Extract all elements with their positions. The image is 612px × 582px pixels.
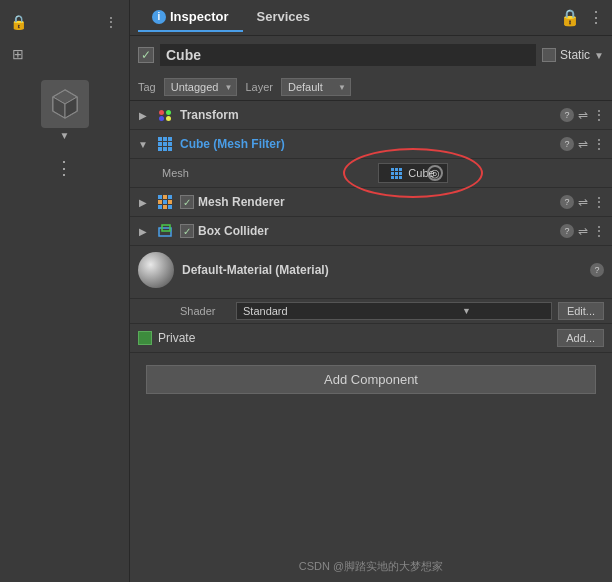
tag-dropdown[interactable]: Untagged bbox=[164, 78, 238, 96]
mesh-filter-icon bbox=[156, 135, 174, 153]
transform-icon bbox=[156, 106, 174, 124]
shader-label: Shader bbox=[180, 305, 230, 317]
static-checkbox[interactable] bbox=[542, 48, 556, 62]
layout-icon[interactable]: ⊞ bbox=[8, 44, 28, 64]
box-collider-component-row: ✓ Box Collider ? ⇌ ⋮ bbox=[130, 217, 612, 246]
mesh-filter-name: Cube (Mesh Filter) bbox=[180, 137, 560, 151]
layer-dropdown[interactable]: Default bbox=[281, 78, 351, 96]
tag-layer-row: Tag Untagged Layer Default bbox=[130, 74, 612, 101]
edit-shader-button[interactable]: Edit... bbox=[558, 302, 604, 320]
box-collider-sliders-icon[interactable]: ⇌ bbox=[578, 224, 588, 238]
static-label: Static bbox=[560, 48, 590, 62]
box-collider-icon bbox=[156, 222, 174, 240]
cube-preview-svg bbox=[47, 86, 83, 122]
tab-services[interactable]: Services bbox=[243, 3, 325, 32]
transform-help-icon[interactable]: ? bbox=[560, 108, 574, 122]
shader-row: Shader Standard ▼ Edit... bbox=[130, 299, 612, 324]
mesh-renderer-checkbox[interactable]: ✓ bbox=[180, 195, 194, 209]
tabs-left: i Inspector Services bbox=[138, 3, 324, 32]
mesh-filter-comp-right: ? ⇌ ⋮ bbox=[560, 136, 606, 152]
svg-rect-7 bbox=[159, 228, 171, 236]
static-area: Static ▼ bbox=[542, 48, 604, 62]
info-icon: i bbox=[152, 10, 166, 24]
tag-value: Untagged bbox=[171, 81, 219, 93]
layer-label: Layer bbox=[245, 81, 273, 93]
left-panel-second-row: ⊞ bbox=[0, 40, 129, 68]
static-dropdown-arrow[interactable]: ▼ bbox=[594, 50, 604, 61]
box-collider-expand-arrow[interactable] bbox=[136, 224, 150, 238]
private-row: Private Add... bbox=[130, 324, 612, 353]
mesh-label: Mesh bbox=[162, 167, 222, 179]
transform-sliders-icon[interactable]: ⇌ bbox=[578, 108, 588, 122]
more-tab-icon[interactable]: ⋮ bbox=[588, 8, 604, 27]
tag-label: Tag bbox=[138, 81, 156, 93]
mesh-renderer-name: Mesh Renderer bbox=[198, 195, 560, 209]
box-collider-svg bbox=[157, 223, 173, 239]
mesh-value-box[interactable]: Cube ◎ bbox=[378, 163, 447, 183]
box-collider-comp-right: ? ⇌ ⋮ bbox=[560, 223, 606, 239]
watermark-text: CSDN @脚踏实地的大梦想家 bbox=[130, 551, 612, 582]
shader-dropdown[interactable]: Standard ▼ bbox=[236, 302, 552, 320]
mesh-renderer-icon-area bbox=[156, 193, 174, 211]
left-panel-dots: ⋮ bbox=[55, 157, 75, 179]
mesh-renderer-comp-right: ? ⇌ ⋮ bbox=[560, 194, 606, 210]
mesh-filter-expand-arrow[interactable] bbox=[136, 137, 150, 151]
add-component-area: Add Component bbox=[130, 353, 612, 406]
lock-icon[interactable]: 🔒 bbox=[8, 12, 28, 32]
mesh-filter-help-icon[interactable]: ? bbox=[560, 137, 574, 151]
more-options-icon[interactable]: ⋮ bbox=[101, 12, 121, 32]
mesh-filter-sliders-icon[interactable]: ⇌ bbox=[578, 137, 588, 151]
add-private-button[interactable]: Add... bbox=[557, 329, 604, 347]
private-checkbox[interactable] bbox=[138, 331, 152, 345]
private-label: Private bbox=[158, 331, 195, 345]
material-info: Default-Material (Material) bbox=[182, 263, 582, 277]
mesh-value-area: Cube ◎ bbox=[222, 163, 604, 183]
object-name-input[interactable] bbox=[160, 44, 536, 66]
material-help-icon[interactable]: ? bbox=[590, 263, 604, 277]
mesh-filter-grid-icon bbox=[158, 137, 172, 151]
mesh-renderer-expand-arrow[interactable] bbox=[136, 195, 150, 209]
mesh-target-icon[interactable]: ◎ bbox=[427, 165, 443, 181]
transform-component-row: Transform ? ⇌ ⋮ bbox=[130, 101, 612, 130]
box-collider-help-icon[interactable]: ? bbox=[560, 224, 574, 238]
shader-value: Standard bbox=[243, 305, 288, 317]
transform-dots bbox=[159, 110, 171, 121]
transform-name: Transform bbox=[180, 108, 560, 122]
material-header: Default-Material (Material) ? bbox=[138, 252, 604, 288]
mesh-renderer-component-row: ✓ Mesh Renderer ? ⇌ ⋮ bbox=[130, 188, 612, 217]
mesh-value-grid-icon bbox=[391, 168, 402, 179]
lock-tab-icon[interactable]: 🔒 bbox=[560, 8, 580, 27]
box-collider-more-icon[interactable]: ⋮ bbox=[592, 223, 606, 239]
cube-preview-arrow[interactable]: ▼ bbox=[60, 130, 70, 141]
box-collider-name: Box Collider bbox=[198, 224, 560, 238]
transform-more-icon[interactable]: ⋮ bbox=[592, 107, 606, 123]
left-panel: 🔒 ⋮ ⊞ ▼ ⋮ bbox=[0, 0, 130, 582]
add-component-button[interactable]: Add Component bbox=[146, 365, 596, 394]
object-name-row: ✓ Static ▼ bbox=[130, 36, 612, 74]
material-right: ? bbox=[590, 263, 604, 277]
mesh-filter-component-row: Cube (Mesh Filter) ? ⇌ ⋮ bbox=[130, 130, 612, 159]
mesh-renderer-sliders-icon[interactable]: ⇌ bbox=[578, 195, 588, 209]
material-section: Default-Material (Material) ? bbox=[130, 246, 612, 299]
left-panel-header: 🔒 ⋮ bbox=[0, 8, 129, 36]
transform-expand-arrow[interactable] bbox=[136, 108, 150, 122]
object-active-checkbox[interactable]: ✓ bbox=[138, 47, 154, 63]
tab-services-label: Services bbox=[257, 9, 311, 24]
mesh-filter-more-icon[interactable]: ⋮ bbox=[592, 136, 606, 152]
transform-comp-right: ? ⇌ ⋮ bbox=[560, 107, 606, 123]
inspector-tabs: i Inspector Services 🔒 ⋮ bbox=[130, 0, 612, 36]
cube-preview: ▼ bbox=[41, 80, 89, 141]
mesh-renderer-more-icon[interactable]: ⋮ bbox=[592, 194, 606, 210]
cube-preview-box bbox=[41, 80, 89, 128]
mesh-renderer-grid-icon bbox=[158, 195, 172, 209]
tab-inspector[interactable]: i Inspector bbox=[138, 3, 243, 32]
material-sphere-preview bbox=[138, 252, 174, 288]
tabs-right: 🔒 ⋮ bbox=[560, 8, 604, 27]
tab-inspector-label: Inspector bbox=[170, 9, 229, 24]
inspector-panel: i Inspector Services 🔒 ⋮ ✓ Static ▼ Tag … bbox=[130, 0, 612, 582]
layer-value: Default bbox=[288, 81, 323, 93]
mesh-renderer-help-icon[interactable]: ? bbox=[560, 195, 574, 209]
box-collider-checkbox[interactable]: ✓ bbox=[180, 224, 194, 238]
shader-dropdown-arrow: ▼ bbox=[462, 306, 471, 316]
mesh-row: Mesh Cube ◎ bbox=[130, 159, 612, 188]
